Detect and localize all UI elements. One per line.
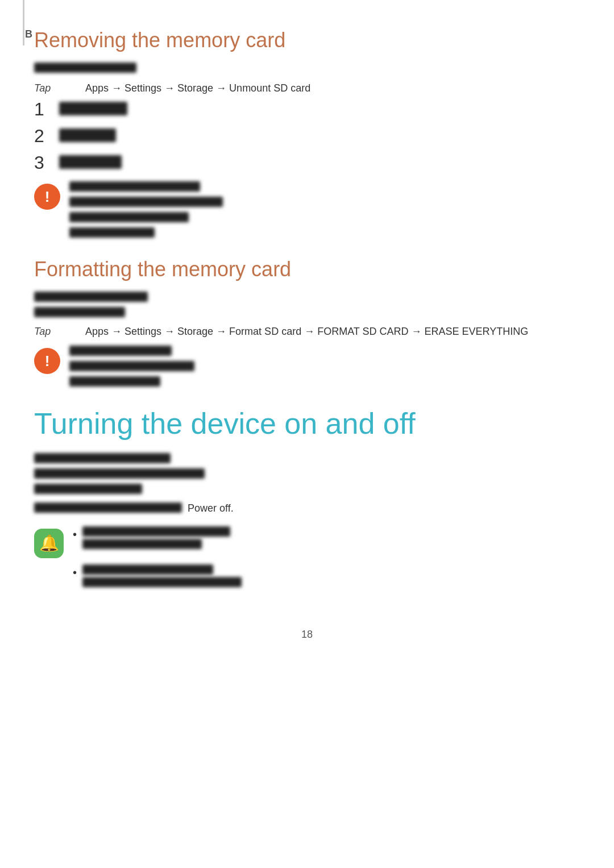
section1-warning-line1 <box>69 181 200 192</box>
note-bullet-2: • <box>73 564 242 590</box>
section2-tap-row: Tap Apps → Settings → Storage → Format S… <box>34 326 580 338</box>
section3-desc-line2 <box>34 468 205 479</box>
note-bullet-1-text <box>82 526 230 552</box>
page-marker: B <box>25 28 32 40</box>
section2-warning-line1 <box>69 346 172 356</box>
section2-warning-text <box>69 346 194 389</box>
step-3-number: 3 <box>34 152 51 173</box>
section1-warning-symbol: ! <box>45 189 50 204</box>
step-2-text <box>59 128 116 142</box>
step-3-row: 3 <box>34 152 580 173</box>
section2-warning-line2 <box>69 361 194 371</box>
section3-poweroff-context <box>34 502 182 513</box>
note-bullet-2-text <box>82 564 242 590</box>
step-3-text <box>59 155 122 169</box>
note-bullet1-line1 <box>82 526 230 537</box>
bullet-dot-2: • <box>73 564 77 580</box>
section1-tap-label: Tap <box>34 82 80 94</box>
section1-warning-line2 <box>69 197 223 207</box>
step-1-number: 1 <box>34 99 51 120</box>
section1-description <box>34 63 580 76</box>
section3-note-text: • • <box>73 526 242 595</box>
section3-poweroff-label <box>34 502 182 518</box>
section3-note-icon: 🔔 <box>34 529 64 558</box>
section3-poweroff-path: Power off. <box>188 502 234 514</box>
section2-desc-line1 <box>34 292 148 302</box>
step-1-text <box>59 102 127 115</box>
section2-desc-line2 <box>34 307 125 317</box>
section2-warning-symbol: ! <box>45 354 50 368</box>
section3-description <box>34 453 580 497</box>
section1-tap-path: Apps → Settings → Storage → Unmount SD c… <box>85 82 310 94</box>
bell-icon: 🔔 <box>39 535 59 551</box>
step-1-row: 1 <box>34 99 580 120</box>
section3-title: Turning the device on and off <box>34 406 580 441</box>
page-number: 18 <box>34 629 580 641</box>
section3-note-box: 🔔 • • <box>34 526 580 595</box>
note-bullet1-line2 <box>82 539 202 549</box>
section1-warning-line3 <box>69 212 189 222</box>
step-2-row: 2 <box>34 126 580 147</box>
step-2-number: 2 <box>34 126 51 147</box>
section1-warning-icon: ! <box>34 184 60 210</box>
section2-tap-label: Tap <box>34 326 80 338</box>
section2-warning-icon: ! <box>34 348 60 374</box>
section1-warning-line4 <box>69 227 155 238</box>
section2-warning-box: ! <box>34 346 580 389</box>
section2-tap-path: Apps → Settings → Storage → Format SD ca… <box>85 326 528 338</box>
note-bullet2-line2 <box>82 577 242 587</box>
bullet-dot-1: • <box>73 526 77 542</box>
page-border <box>23 0 24 45</box>
section3-poweroff-row: Power off. <box>34 502 580 518</box>
section1-warning-text <box>69 181 223 240</box>
section1-caution-text <box>34 63 136 73</box>
section3-desc-line1 <box>34 453 171 463</box>
section1-title: Removing the memory card <box>34 28 580 52</box>
note-bullet-1: • <box>73 526 242 552</box>
note-bullet2-line1 <box>82 564 213 575</box>
section2-title: Formatting the memory card <box>34 258 580 281</box>
section2-warning-line3 <box>69 376 160 387</box>
section3-desc-line3 <box>34 484 142 494</box>
section1-warning-box: ! <box>34 181 580 240</box>
section2-description <box>34 292 580 320</box>
section1-tap-row: Tap Apps → Settings → Storage → Unmount … <box>34 82 580 94</box>
